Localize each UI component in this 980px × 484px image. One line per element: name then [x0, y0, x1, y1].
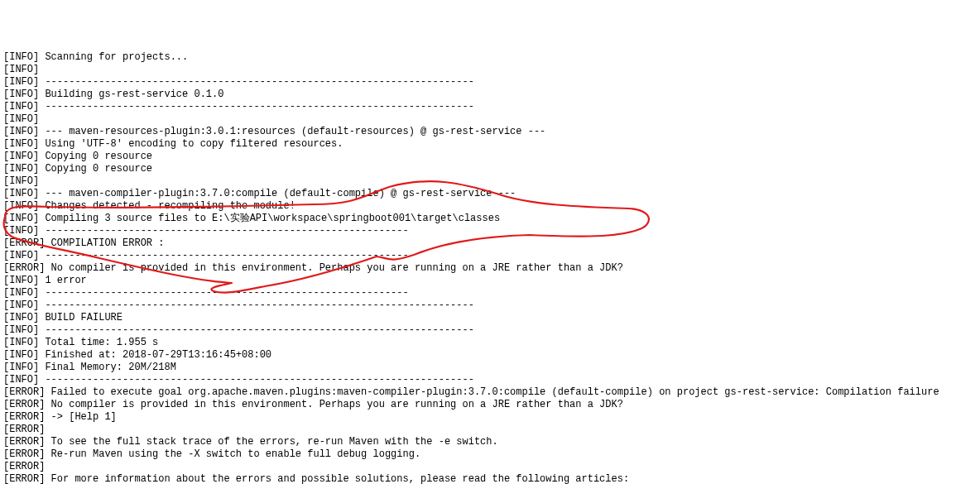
log-line: [INFO] Final Memory: 20M/218M	[3, 362, 977, 374]
log-line: [INFO] --- maven-compiler-plugin:3.7.0:c…	[3, 188, 977, 200]
log-line: [INFO] ---------------------------------…	[3, 225, 977, 237]
log-line: [ERROR] For more information about the e…	[3, 473, 977, 484]
log-line: [ERROR] No compiler is provided in this …	[3, 262, 977, 275]
log-line: [INFO] BUILD FAILURE	[3, 312, 977, 324]
log-line: [ERROR]	[3, 461, 977, 473]
log-line: [INFO]	[3, 64, 977, 76]
log-line: [INFO] ---------------------------------…	[3, 76, 977, 89]
log-line: [INFO] Finished at: 2018-07-29T13:16:45+…	[3, 349, 977, 362]
log-line: [ERROR] No compiler is provided in this …	[3, 399, 977, 411]
log-line: [ERROR] COMPILATION ERROR :	[3, 237, 977, 250]
log-line: [INFO] ---------------------------------…	[3, 287, 977, 300]
log-line: [INFO]	[3, 175, 977, 188]
log-line: [INFO] ---------------------------------…	[3, 374, 977, 386]
log-line: [INFO] --- maven-resources-plugin:3.0.1:…	[3, 126, 977, 138]
log-line: [ERROR] Re-run Maven using the -X switch…	[3, 448, 977, 461]
log-line: [INFO] Using 'UTF-8' encoding to copy fi…	[3, 138, 977, 151]
log-line: [ERROR]	[3, 424, 977, 436]
log-line: [INFO] ---------------------------------…	[3, 101, 977, 113]
log-line: [ERROR] Failed to execute goal org.apach…	[3, 386, 977, 399]
log-line: [INFO] Total time: 1.955 s	[3, 337, 977, 349]
log-line: [INFO] Copying 0 resource	[3, 163, 977, 175]
log-line: [INFO] ---------------------------------…	[3, 250, 977, 262]
log-line: [ERROR] To see the full stack trace of t…	[3, 436, 977, 448]
log-line: [INFO]	[3, 113, 977, 126]
log-line: [INFO] Building gs-rest-service 0.1.0	[3, 89, 977, 101]
log-line: [INFO] 1 error	[3, 275, 977, 287]
log-line: [INFO] Compiling 3 source files to E:\实验…	[3, 213, 977, 225]
log-line: [INFO] Changes detected - recompiling th…	[3, 200, 977, 213]
console-output: [INFO] Scanning for projects...[INFO][IN…	[3, 51, 977, 484]
log-line: [INFO] ---------------------------------…	[3, 300, 977, 312]
log-line: [INFO] ---------------------------------…	[3, 324, 977, 337]
log-line: [INFO] Scanning for projects...	[3, 51, 977, 64]
log-line: [ERROR] -> [Help 1]	[3, 411, 977, 424]
log-line: [INFO] Copying 0 resource	[3, 151, 977, 163]
